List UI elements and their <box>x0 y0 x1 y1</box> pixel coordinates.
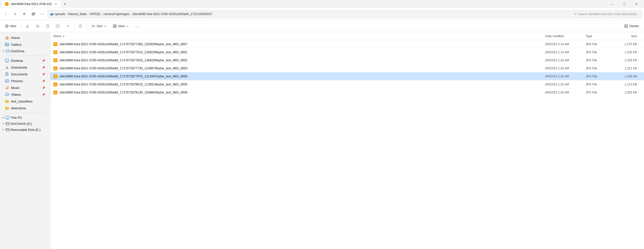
search-box[interactable]: Search c8ec9086-fcba-5021-37d5-43281d306… <box>572 10 642 18</box>
file-type: JPG File <box>586 91 616 94</box>
sidebar-item-home[interactable]: Home <box>1 34 49 41</box>
view-button[interactable]: View <box>110 22 132 31</box>
file-size: 1,186 KB <box>616 75 641 78</box>
details-button[interactable]: Details <box>621 22 642 31</box>
sidebar-detections-label: detections <box>11 106 26 110</box>
file-size: 1,240 KB <box>616 51 641 54</box>
svg-rect-31 <box>625 25 625 26</box>
close-button[interactable]: ✕ <box>630 0 642 8</box>
breadcrumb-part-5: c8ec9086-fcba-5021-37d5-43281d306a84_172… <box>132 12 212 16</box>
file-name: c8ec9086-fcba-5021-37d5-43281d306a84_171… <box>59 42 187 46</box>
file-type: JPG File <box>586 51 616 54</box>
file-size: 1,175 KB <box>616 42 641 46</box>
table-row[interactable]: J c8ec9086-fcba-5021-37d5-43281d306a84_1… <box>50 56 644 64</box>
minimize-button[interactable]: — <box>606 0 618 8</box>
more-button[interactable]: … <box>132 22 143 31</box>
breadcrumb-part-4: cameraTrapImages <box>103 12 130 16</box>
svg-rect-35 <box>7 38 8 39</box>
sidebar-item-desktop[interactable]: Desktop 📌 <box>1 57 49 64</box>
desktop-pin-icon: 📌 <box>42 59 45 62</box>
sidebar-onedrive-label: OneDrive <box>11 49 24 53</box>
sidebar-this-pc-label: This PC <box>11 116 22 120</box>
svg-rect-38 <box>5 59 9 62</box>
sidebar-item-documents[interactable]: Documents 📌 <box>1 71 49 77</box>
sidebar-item-gallery[interactable]: Gallery <box>1 41 49 48</box>
col-header-name[interactable]: Name ▲ <box>53 34 545 38</box>
sidebar-pictures-label: Pictures <box>11 79 23 83</box>
sidebar-removable-group[interactable]: Removable Disk (E:) <box>0 127 50 133</box>
table-row[interactable]: J c8ec9086-fcba-5021-37d5-43281d306a84_1… <box>50 40 644 48</box>
sidebar-gallery-label: Gallery <box>11 43 21 46</box>
sidebar: Home Gallery OneDrive Desktop 📌 Download… <box>0 32 50 249</box>
paste-shortcut-button[interactable] <box>63 22 72 31</box>
sidebar-item-music[interactable]: Music 📌 <box>1 84 49 91</box>
sidebar-item-pictures[interactable]: Pictures 📌 <box>1 78 49 84</box>
file-type: JPG File <box>586 83 616 86</box>
file-list-header: Name ▲ Date modified Type Size <box>50 32 644 40</box>
back-button[interactable] <box>2 10 10 18</box>
active-tab[interactable]: c8ec9086-fcba-5021-37d5-432 ✕ <box>2 1 61 8</box>
breadcrumb-sep-3: › <box>101 13 102 16</box>
cut-button[interactable] <box>23 22 32 31</box>
sidebar-item-detections[interactable]: detections <box>1 105 49 111</box>
sidebar-item-test-classifiers[interactable]: test_classifiers <box>1 98 49 105</box>
table-row[interactable]: J c8ec9086-fcba-5021-37d5-43281d306a84_1… <box>50 48 644 56</box>
title-bar: c8ec9086-fcba-5021-37d5-432 ✕ + — ⬜ ✕ <box>0 0 644 8</box>
sidebar-item-videos[interactable]: Videos 📌 <box>1 91 49 98</box>
sidebar-divider-1 <box>3 56 47 56</box>
copy-button[interactable] <box>33 22 42 31</box>
col-header-type[interactable]: Type <box>586 34 616 38</box>
search-placeholder: Search c8ec9086-fcba-5021-37d5-43281d306… <box>578 13 639 16</box>
svg-line-51 <box>7 86 8 87</box>
sidebar-gachuhi-group[interactable]: GACHUHI (D:) <box>0 121 50 127</box>
jpg-file-icon: J <box>53 42 57 46</box>
copy-path-button[interactable] <box>53 22 62 31</box>
svg-rect-32 <box>625 26 625 26</box>
table-row[interactable]: J c8ec9086-fcba-5021-37d5-43281d306a84_1… <box>50 88 644 96</box>
file-type: JPG File <box>586 42 616 46</box>
file-date: 8/9/2023 2:24 AM <box>545 67 586 70</box>
toolbar-separator-3 <box>87 23 87 29</box>
breadcrumb-sep-1: › <box>66 13 67 16</box>
table-row[interactable]: J c8ec9086-fcba-5021-37d5-43281d306a84_1… <box>50 80 644 88</box>
sidebar-item-downloads[interactable]: Downloads 📌 <box>1 64 49 71</box>
toolbar-separator-2 <box>74 23 74 29</box>
up-button[interactable] <box>20 10 28 18</box>
sidebar-gachuhi-label: GACHUHI (D:) <box>11 122 32 126</box>
file-size: 1,221 KB <box>616 67 641 70</box>
paste-button[interactable] <box>43 22 52 31</box>
pictures-pin-icon: 📌 <box>42 80 45 82</box>
svg-rect-58 <box>6 129 9 131</box>
col-header-modified[interactable]: Date modified <box>545 34 586 38</box>
refresh-button[interactable] <box>29 10 37 18</box>
table-row[interactable]: J c8ec9086-fcba-5021-37d5-43281d306a84_1… <box>50 64 644 72</box>
tab-close-button[interactable]: ✕ <box>54 2 58 6</box>
svg-point-9 <box>26 27 27 28</box>
jpg-file-icon: J <box>53 50 57 54</box>
sidebar-videos-label: Videos <box>11 93 21 96</box>
svg-point-10 <box>28 27 29 28</box>
documents-pin-icon: 📌 <box>42 73 45 76</box>
col-header-size[interactable]: Size <box>616 34 641 38</box>
new-button[interactable]: New <box>2 22 19 31</box>
file-date: 8/9/2023 2:25 AM <box>545 75 586 78</box>
maximize-button[interactable]: ⬜ <box>618 0 630 8</box>
sidebar-this-pc-group[interactable]: This PC <box>0 115 50 121</box>
new-tab-button[interactable]: + <box>61 1 69 8</box>
jpg-file-icon: J <box>53 74 57 78</box>
sidebar-downloads-label: Downloads <box>11 66 27 69</box>
more-nav-button[interactable]: ··· <box>38 10 46 18</box>
address-breadcrumb[interactable]: uploads › Natural_State › XPRIZE › camer… <box>47 10 571 18</box>
table-row[interactable]: J c8ec9086-fcba-5021-37d5-43281d306a84_1… <box>50 72 644 80</box>
sort-button-label: Sort <box>97 24 102 28</box>
breadcrumb-part-1: uploads <box>55 12 65 16</box>
svg-rect-23 <box>113 25 115 26</box>
sort-button[interactable]: Sort <box>89 22 109 31</box>
delete-button[interactable] <box>76 22 85 31</box>
forward-button[interactable] <box>11 10 19 18</box>
sidebar-onedrive-group[interactable]: OneDrive <box>0 48 50 54</box>
jpg-file-icon: J <box>53 66 57 70</box>
file-name: c8ec9086-fcba-5021-37d5-43281d306a84_171… <box>59 91 187 94</box>
svg-line-3 <box>576 14 577 15</box>
svg-rect-24 <box>115 25 116 26</box>
